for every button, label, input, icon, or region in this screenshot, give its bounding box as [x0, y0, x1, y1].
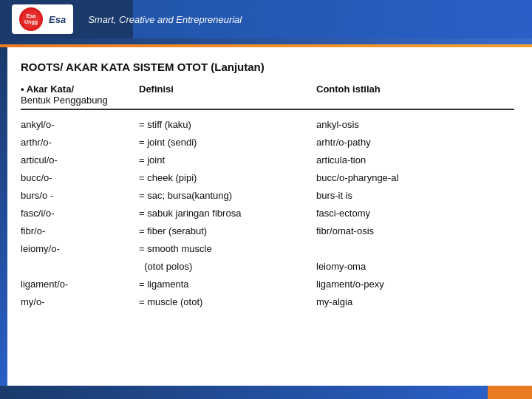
left-sidebar-accent [0, 47, 7, 386]
col-middle-data: = stiff (kaku) = joint (sendi) = joint =… [139, 116, 316, 312]
column-headers: • Akar Kata/ Bentuk Penggabung Definisi … [21, 83, 514, 110]
bottom-blue-bar [0, 386, 488, 399]
list-item: fasc/i/o- [21, 205, 139, 222]
col-right-data: ankyl-osis arhtr/o-pathy articula-tion b… [316, 116, 514, 312]
list-item: arhtr/o-pathy [316, 134, 514, 151]
list-item: = fiber (serabut) [139, 222, 316, 240]
list-item: = muscle (otot) [139, 293, 316, 311]
list-item: = joint [139, 151, 316, 169]
page-title: ROOTS/ AKAR KATA SISTEM OTOT (Lanjutan) [21, 61, 514, 73]
list-item: burs/o - [21, 187, 139, 205]
list-item: = ligamenta [139, 276, 316, 293]
logo-text: Esa [49, 14, 66, 25]
list-item: = smooth muscle [139, 240, 316, 258]
list-item: my-algia [316, 293, 514, 311]
list-item: bucc/o- [21, 169, 139, 187]
col-definisi-header: Definisi [139, 83, 316, 106]
list-item [316, 240, 514, 258]
list-item: = sac; bursa(kantung) [139, 187, 316, 205]
list-item: = sabuk jaringan fibrosa [139, 205, 316, 222]
list-item: fibr/o- [21, 222, 139, 240]
col-contoh-header: Contoh istilah [316, 83, 514, 106]
list-item: = joint (sendi) [139, 134, 316, 151]
list-item: articul/o- [21, 151, 139, 169]
logo-area: EsaUngg Esa [12, 4, 73, 34]
list-item: burs-it is [316, 187, 514, 205]
list-item: articula-tion [316, 151, 514, 169]
bottom-orange-bar [488, 386, 532, 399]
col-akar-header: • Akar Kata/ Bentuk Penggabung [21, 83, 139, 106]
list-item: leiomy-oma [316, 258, 514, 276]
header: EsaUngg Esa Smart, Creative and Entrepre… [0, 0, 532, 38]
sub-header-bar [0, 38, 532, 44]
list-item: arthr/o- [21, 134, 139, 151]
table-rows: ankyl/o- arthr/o- articul/o- bucc/o- bur… [21, 116, 514, 312]
list-item: ankyl-osis [316, 116, 514, 134]
list-item: bucc/o-pharynge-al [316, 169, 514, 187]
list-item: ligament/o-pexy [316, 276, 514, 293]
logo-icon: EsaUngg [19, 7, 43, 31]
bottom-bar [0, 386, 532, 399]
main-content: ROOTS/ AKAR KATA SISTEM OTOT (Lanjutan) … [0, 47, 532, 399]
list-item: leiomy/o- [21, 240, 139, 258]
list-item: (otot polos) [139, 258, 316, 276]
list-item [21, 258, 139, 276]
list-item: fasci-ectomy [316, 205, 514, 222]
list-item: my/o- [21, 293, 139, 311]
list-item: ankyl/o- [21, 116, 139, 134]
table-container: • Akar Kata/ Bentuk Penggabung Definisi … [21, 83, 514, 312]
list-item: fibr/omat-osis [316, 222, 514, 240]
list-item: ligament/o- [21, 276, 139, 293]
list-item: = stiff (kaku) [139, 116, 316, 134]
header-tagline: Smart, Creative and Entrepreneurial [88, 14, 242, 25]
list-item: = cheek (pipi) [139, 169, 316, 187]
col-left-data: ankyl/o- arthr/o- articul/o- bucc/o- bur… [21, 116, 139, 312]
